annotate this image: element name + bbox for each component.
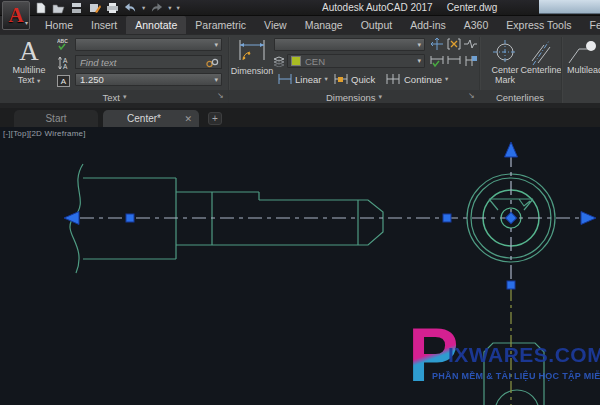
cad-entity[interactable] xyxy=(358,200,383,245)
grip-arrow[interactable] xyxy=(581,212,596,225)
infocenter-search[interactable] xyxy=(539,0,600,14)
linear-dimension-button[interactable]: Linear ▾ xyxy=(278,73,328,85)
dimension-icon xyxy=(236,38,268,66)
tab-view[interactable]: View xyxy=(255,16,296,34)
continue-label: Continue xyxy=(404,74,442,85)
multileader-button[interactable]: Multileader xyxy=(567,39,600,75)
ribbon: A Multiline Text ▾ ABC AA A ▾ 1.250▾ Tex… xyxy=(0,34,600,103)
grip-diamond[interactable] xyxy=(505,212,516,223)
undo-arrow-icon xyxy=(124,2,137,14)
center-tab-label: Center* xyxy=(127,113,161,124)
text-panel-launcher[interactable]: ↘ xyxy=(217,91,224,100)
tab-manage[interactable]: Manage xyxy=(296,16,352,34)
annotation-scale-button[interactable]: A xyxy=(57,75,70,87)
continue-dimension-button[interactable]: Continue ▾ xyxy=(386,73,448,85)
spell-check-button[interactable]: ABC xyxy=(57,38,72,51)
viewport-controls[interactable]: [-][Top][2D Wireframe] xyxy=(3,129,86,138)
dimension-label: Dimension xyxy=(231,66,274,76)
text-panel-title-label: Text xyxy=(103,92,120,103)
dim-update-button[interactable] xyxy=(430,54,444,68)
text-height-dropdown[interactable]: 1.250▾ xyxy=(75,73,222,86)
multileader-label: Multileader xyxy=(567,65,600,75)
tab-home[interactable]: Home xyxy=(36,16,82,34)
tab-express-tools[interactable]: Express Tools xyxy=(497,16,580,34)
save-as-button[interactable] xyxy=(88,2,101,14)
line-spacing-button[interactable]: AA xyxy=(58,56,71,70)
layer-dropdown[interactable]: CEN ▾ xyxy=(287,54,425,68)
center-mark-button[interactable]: Center Mark xyxy=(487,39,523,86)
text-height-caret-icon: ▾ xyxy=(214,76,218,84)
dim-style-dropdown[interactable]: ▾ xyxy=(274,38,425,51)
tab-parametric[interactable]: Parametric xyxy=(186,16,255,34)
cad-entity[interactable] xyxy=(495,390,539,405)
tab-insert[interactable]: Insert xyxy=(82,16,126,34)
dim-inspect-button[interactable] xyxy=(464,54,477,68)
drawing-area[interactable]: [-][Top][2D Wireframe] P IXWARES.COM PHẦ… xyxy=(0,127,600,405)
application-menu-button[interactable]: A ▾ xyxy=(2,1,30,30)
open-file-button[interactable] xyxy=(52,2,65,14)
line-spacing-icon: AA xyxy=(58,56,71,70)
dim-break-button[interactable] xyxy=(430,37,444,51)
linear-label: Linear xyxy=(295,74,321,85)
jog-line-icon xyxy=(464,37,477,50)
continue-caret-icon: ▾ xyxy=(445,75,448,83)
dim-override-icon xyxy=(447,54,461,68)
center-mark-label: Center Mark xyxy=(487,65,523,86)
text-style-dropdown[interactable]: ▾ xyxy=(75,38,222,51)
ribbon-tabs: HomeInsertAnnotateParametricViewManageOu… xyxy=(0,16,600,34)
redo-arrow-icon xyxy=(150,2,163,14)
plot-button[interactable] xyxy=(106,2,119,14)
grip-square[interactable] xyxy=(443,214,451,222)
grip-square[interactable] xyxy=(126,214,134,222)
dim-override-button[interactable] xyxy=(447,54,461,68)
quick-dimension-button[interactable]: Quick xyxy=(334,73,375,85)
grip-arrow[interactable] xyxy=(505,142,518,157)
text-height-value: 1.250 xyxy=(76,74,104,85)
autocad-logo-icon: A xyxy=(8,5,23,26)
tab-output[interactable]: Output xyxy=(352,16,402,34)
grip-arrow[interactable] xyxy=(64,212,79,225)
save-button[interactable] xyxy=(70,2,83,14)
new-drawing-tab-button[interactable]: + xyxy=(208,112,222,125)
quick-label: Quick xyxy=(351,74,375,85)
printer-icon xyxy=(106,2,119,14)
center-mark-icon xyxy=(492,39,518,65)
continue-dimension-icon xyxy=(386,73,401,85)
tab-featured-apps[interactable]: Featured Apps xyxy=(580,16,600,34)
save-icon xyxy=(71,2,82,14)
file-tab-start[interactable]: Start xyxy=(14,110,98,127)
file-tab-center[interactable]: Center* ✕ xyxy=(103,110,199,127)
cad-canvas[interactable] xyxy=(0,127,600,405)
find-text-input[interactable] xyxy=(76,57,206,68)
dimension-button[interactable]: Dimension xyxy=(232,38,272,76)
qat-customize-caret[interactable]: ▾ xyxy=(177,4,180,12)
find-text-field[interactable] xyxy=(75,55,222,69)
undo-dropdown-caret[interactable]: ▾ xyxy=(142,4,145,12)
centerlines-panel-title[interactable]: Centerlines xyxy=(479,90,561,104)
centerline-button[interactable]: Centerline xyxy=(522,39,560,75)
adjust-space-button[interactable] xyxy=(447,37,461,51)
tab-add-ins[interactable]: Add-ins xyxy=(401,16,455,34)
tab-a360[interactable]: A360 xyxy=(455,16,498,34)
close-tab-icon[interactable]: ✕ xyxy=(184,114,192,124)
dimensions-panel-title[interactable]: Dimensions▾ xyxy=(229,90,479,104)
cad-entity[interactable] xyxy=(484,343,544,405)
layer-color-swatch xyxy=(291,56,301,66)
text-panel-title[interactable]: Text▾ xyxy=(0,90,229,104)
title-bar: ▾ ▾ ▾ Autodesk AutoCAD 2017Center.dwg xyxy=(0,0,600,16)
multiline-text-caret-icon: ▾ xyxy=(37,77,40,84)
dim-update-icon xyxy=(430,54,444,68)
tab-annotate[interactable]: Annotate xyxy=(126,16,186,34)
dimensions-panel-launcher[interactable]: ↘ xyxy=(468,91,475,100)
redo-dropdown-caret[interactable]: ▾ xyxy=(168,4,171,12)
quick-dimension-icon xyxy=(334,73,348,85)
new-file-button[interactable] xyxy=(34,2,47,14)
panel-separator xyxy=(561,37,563,103)
layer-caret-icon: ▾ xyxy=(417,57,421,65)
jog-line-button[interactable] xyxy=(464,37,477,50)
find-binoculars-icon xyxy=(206,57,219,68)
undo-button[interactable] xyxy=(124,2,137,14)
multiline-text-button[interactable]: A Multiline Text ▾ xyxy=(4,38,54,86)
redo-button[interactable] xyxy=(150,2,163,14)
grip-square[interactable] xyxy=(507,281,515,289)
